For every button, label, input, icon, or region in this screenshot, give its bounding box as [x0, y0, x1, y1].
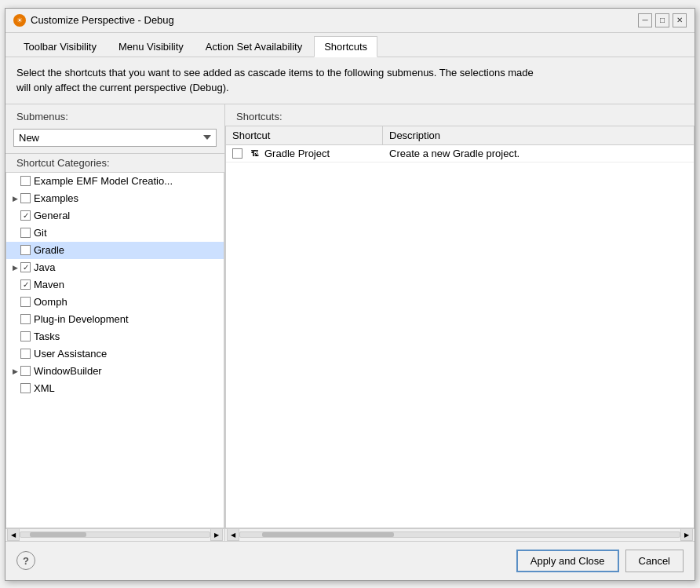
shortcuts-table: Shortcut Description 🏗 Gradle Project Cr…: [225, 126, 695, 528]
item-label: XML: [34, 382, 55, 394]
scroll-track[interactable]: [239, 531, 680, 538]
description-area: Select the shortcuts that you want to se…: [5, 57, 695, 104]
item-label: Examples: [34, 192, 78, 204]
main-content: Submenus: New Shortcut Categories: Examp…: [5, 104, 695, 541]
tab-toolbar-visibility[interactable]: Toolbar Visibility: [13, 36, 107, 57]
apply-close-button[interactable]: Apply and Close: [516, 550, 619, 572]
right-panel: Shortcuts: Shortcut Description 🏗 Gradle…: [225, 104, 695, 541]
help-button[interactable]: ?: [16, 551, 35, 570]
scroll-track[interactable]: [20, 531, 210, 538]
checkbox-windowbuilder[interactable]: [20, 366, 31, 376]
list-item[interactable]: Plug-in Development: [6, 311, 224, 328]
item-label: Example EMF Model Creatio...: [34, 175, 173, 187]
submenus-dropdown[interactable]: New: [13, 129, 217, 147]
description-line1: Select the shortcuts that you want to se…: [16, 67, 534, 79]
scroll-thumb[interactable]: [262, 532, 394, 537]
shortcuts-label: Shortcuts:: [225, 104, 695, 126]
left-inner: Example EMF Model Creatio... Examples Ge…: [5, 172, 224, 541]
expander-icon[interactable]: [9, 262, 20, 273]
checkbox-tasks[interactable]: [20, 331, 31, 341]
item-label: General: [34, 210, 70, 221]
list-item[interactable]: WindowBuilder: [6, 363, 224, 380]
item-label: Plug-in Development: [34, 313, 129, 325]
tab-menu-visibility[interactable]: Menu Visibility: [108, 36, 194, 57]
tab-shortcuts[interactable]: Shortcuts: [314, 36, 377, 57]
submenus-dropdown-row: New: [5, 126, 224, 153]
title-bar-left: ☀ Customize Perspective - Debug: [13, 14, 174, 27]
app-icon: ☀: [13, 14, 26, 27]
item-label: Tasks: [34, 331, 60, 342]
expander-icon[interactable]: [9, 193, 20, 204]
item-label: Gradle: [34, 244, 64, 256]
footer-buttons: Apply and Close Cancel: [516, 550, 684, 572]
horizontal-scrollbar-right[interactable]: ◀ ▶: [225, 528, 695, 541]
item-label: Git: [34, 227, 47, 239]
col-header-description: Description: [383, 126, 694, 144]
category-label: Shortcut Categories:: [5, 153, 224, 172]
shortcut-label: Gradle Project: [264, 148, 330, 159]
checkbox-example-emf[interactable]: [20, 176, 31, 186]
list-item[interactable]: Git: [6, 225, 224, 242]
expander-icon[interactable]: [9, 366, 20, 377]
checkbox-user-assistance[interactable]: [20, 349, 31, 359]
list-item[interactable]: XML: [6, 380, 224, 397]
list-item[interactable]: Oomph: [6, 294, 224, 311]
gradle-project-icon: 🏗: [249, 147, 261, 159]
help-icon: ?: [23, 555, 29, 567]
list-item[interactable]: Maven: [6, 276, 224, 294]
list-item[interactable]: Java: [6, 259, 224, 276]
cancel-button[interactable]: Cancel: [625, 550, 684, 572]
checkbox-general[interactable]: [20, 210, 31, 221]
checkbox-git[interactable]: [20, 228, 31, 238]
list-item[interactable]: Tasks: [6, 328, 224, 345]
item-label: Java: [34, 261, 55, 273]
left-panel: Submenus: New Shortcut Categories: Examp…: [5, 104, 225, 541]
scroll-thumb[interactable]: [30, 532, 86, 537]
footer: ? Apply and Close Cancel: [5, 541, 695, 580]
item-label: Maven: [34, 279, 64, 290]
item-label: Oomph: [34, 296, 67, 308]
title-bar: ☀ Customize Perspective - Debug ─ □ ✕: [5, 9, 695, 33]
submenus-label: Submenus:: [5, 104, 224, 126]
item-label: WindowBuilder: [34, 365, 102, 377]
list-item-gradle[interactable]: Gradle: [6, 242, 224, 259]
scroll-left-arrow[interactable]: ◀: [7, 528, 20, 541]
main-window: ☀ Customize Perspective - Debug ─ □ ✕ To…: [5, 8, 695, 581]
checkbox-gradle[interactable]: [20, 245, 31, 255]
item-label: User Assistance: [34, 348, 107, 360]
shortcut-description: Create a new Gradle project.: [383, 146, 694, 161]
shortcuts-table-header: Shortcut Description: [226, 126, 694, 145]
col-header-shortcut: Shortcut: [226, 126, 383, 144]
list-item[interactable]: General: [6, 207, 224, 225]
scroll-right-arrow[interactable]: ▶: [680, 528, 693, 541]
checkbox-examples[interactable]: [20, 193, 31, 203]
shortcut-cell: 🏗 Gradle Project: [226, 145, 383, 161]
tab-action-set-availability[interactable]: Action Set Availability: [195, 36, 312, 57]
checkbox-xml[interactable]: [20, 383, 31, 393]
category-tree: Example EMF Model Creatio... Examples Ge…: [5, 172, 224, 528]
shortcuts-table-body: 🏗 Gradle Project Create a new Gradle pro…: [226, 145, 694, 528]
checkbox-maven[interactable]: [20, 279, 31, 290]
list-item[interactable]: Example EMF Model Creatio...: [6, 173, 224, 190]
window-title: Customize Perspective - Debug: [31, 14, 174, 26]
shortcut-checkbox[interactable]: [232, 148, 242, 159]
checkbox-java[interactable]: [20, 262, 31, 272]
minimize-button[interactable]: ─: [638, 13, 652, 27]
shortcut-row[interactable]: 🏗 Gradle Project Create a new Gradle pro…: [226, 145, 694, 163]
list-item[interactable]: User Assistance: [6, 345, 224, 363]
checkbox-oomph[interactable]: [20, 297, 31, 307]
scroll-right-arrow[interactable]: ▶: [210, 528, 223, 541]
tabs-bar: Toolbar Visibility Menu Visibility Actio…: [5, 33, 695, 57]
list-item[interactable]: Examples: [6, 190, 224, 207]
title-bar-controls: ─ □ ✕: [638, 13, 687, 27]
close-button[interactable]: ✕: [673, 13, 687, 27]
description-line2: will only affect the current perspective…: [16, 82, 229, 93]
checkbox-plugin-dev[interactable]: [20, 314, 31, 324]
maximize-button[interactable]: □: [655, 13, 669, 27]
horizontal-scrollbar-left[interactable]: ◀ ▶: [5, 528, 224, 541]
scroll-left-arrow[interactable]: ◀: [227, 528, 239, 541]
